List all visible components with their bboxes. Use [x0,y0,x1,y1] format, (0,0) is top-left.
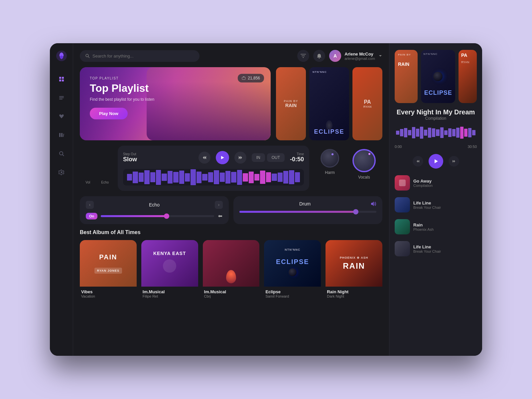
echo-effect-box: ‹ Echo › On [80,196,229,224]
in-button[interactable]: IN [252,153,265,162]
queue-item-lifeline2[interactable]: Life Line Break Your Chair [395,240,477,258]
wave-bar-28 [283,171,288,184]
mw-bar-8 [424,130,427,136]
album-card-img-1: PAIN RYAN JONES [80,240,137,287]
queue-track-1: Go Away [413,179,477,184]
album-card-eclipse[interactable]: NTN'NNC ECLIPSE Eclipse Samil Forward [264,240,321,301]
search-bar[interactable] [80,50,200,62]
queue-item-goaway[interactable]: Go Away Compilation [395,174,477,192]
queue-thumb-3 [395,219,410,234]
mw-bar-7 [420,127,423,139]
in-out-controls: IN OUT [252,153,285,162]
sidebar-item-home[interactable] [55,72,68,86]
vocals-knob[interactable]: Vocals [352,149,376,180]
wave-bar-11 [185,173,190,182]
echo-on-badge[interactable]: On [86,213,97,219]
mw-bar-6 [416,129,419,137]
hero-play-button[interactable]: Play Now [90,108,128,119]
svg-point-1 [60,56,63,59]
album-artist-2: Filipe Ret [143,294,197,298]
hero-tag: TOP PLAYLIST [90,76,261,80]
drum-slider-thumb[interactable] [353,209,358,214]
wave-bar-17 [220,173,225,182]
user-name: Arlene McCoy [344,52,375,57]
sidebar-item-collections[interactable] [55,91,68,105]
app-logo[interactable] [56,50,67,62]
sidebar-item-favorites[interactable] [55,109,68,123]
main-content: A Arlene McCoy arlene@gmail.com [73,43,389,356]
mw-bar-12 [440,127,444,138]
knobs-area: Harm Vocals [314,146,382,191]
svg-rect-3 [62,77,64,79]
wave-bar-5 [150,172,155,182]
sidebar [50,43,73,356]
search-input[interactable] [92,54,194,59]
echo-slider-thumb[interactable] [164,213,169,219]
rewind-button[interactable] [199,152,210,164]
hero-subtitle: Find the best playlist for you to listen [90,97,261,102]
echo-prev-button[interactable]: ‹ [86,201,94,209]
wave-bar-12 [191,169,196,185]
notification-button[interactable] [313,50,325,62]
queue-thumb-4 [395,241,410,256]
sidebar-item-search[interactable] [55,147,68,161]
user-profile[interactable]: A Arlene McCoy arlene@gmail.com [329,50,382,62]
album-card-img-4: NTN'NNC ECLIPSE [264,240,321,287]
queue-artist-2: Break Your Chair [413,205,477,209]
queue-item-lifeline1[interactable]: Life Line Break Your Chair [395,196,477,214]
wave-bar-2 [133,172,138,183]
player-time-value: -0:50 [290,156,304,163]
knobs-row: Harm Vocals [321,149,376,180]
mini-play-button[interactable] [429,154,443,169]
harm-knob-dial[interactable] [321,149,339,168]
hero-album-card-1[interactable]: PAIN BY RAIN [276,67,306,140]
wave-bar-19 [231,172,236,183]
out-button[interactable]: OUT [267,153,285,162]
player-info: Step Out Slow [123,152,193,163]
drum-effect-header: Drum [239,201,376,207]
drum-effect-box: Drum [233,196,382,224]
play-button[interactable] [216,151,229,164]
drum-slider-track[interactable] [239,211,376,213]
mw-bar-18 [464,129,467,137]
album-card-vibes[interactable]: PAIN RYAN JONES Vibes Vacation [80,240,137,301]
album-card-img-3 [203,240,260,287]
echo-slider-track[interactable] [101,215,214,217]
album-artist-3: Cbrj [204,294,258,298]
queue-item-rain[interactable]: Rain Phoenix Ash [395,218,477,236]
mini-controls [395,154,477,169]
mw-bar-1 [396,131,399,135]
svg-rect-8 [59,99,63,99]
wave-bar-13 [197,172,201,183]
sidebar-item-library[interactable] [55,128,68,142]
wave-bar-26 [272,174,277,181]
hero-album-card-2[interactable]: NTN'NNC ECLIPSE [309,67,349,140]
harm-knob[interactable]: Harm [321,149,339,180]
volume-icon [370,201,376,207]
echo-next-button[interactable]: › [215,201,223,209]
album-card-rain[interactable]: PHOENIX ⊕ ASH RAIN Rain Night Dark Night [326,240,382,301]
player-step-value: Slow [123,156,193,163]
hero-album-card-3[interactable]: PA RYAN [352,67,382,140]
mini-rewind-button[interactable] [413,156,423,167]
album-card-immusical[interactable]: Im.Musical Cbrj [203,240,260,301]
featured-album-3[interactable]: PA RYAN [459,50,477,103]
echo-effect-header: ‹ Echo › [86,201,223,209]
waveform[interactable] [123,169,304,186]
vocals-knob-dial[interactable] [352,149,376,172]
sidebar-item-settings[interactable] [55,165,68,179]
svg-rect-4 [59,79,61,81]
featured-album-2[interactable]: NTN'NNC ECLIPSE [421,50,455,103]
wave-bar-4 [144,170,149,185]
queue-info-1: Go Away Compilation [413,179,477,188]
hero-album-thumb-2: NTN'NNC ECLIPSE [309,67,349,140]
queue-info-4: Life Line Break Your Chair [413,244,477,253]
hero-title: Top Playlist [90,82,261,94]
filter-button[interactable] [297,50,309,62]
album-card-kenyaeast[interactable]: KENYA EAST Im.Musical Filipe Ret [141,240,198,301]
echo-effect-name: Echo [94,202,215,207]
fast-forward-button[interactable] [234,152,246,164]
mw-bar-11 [436,129,439,136]
featured-album-1[interactable]: PAIN BY RAIN [395,50,418,103]
mini-fast-forward-button[interactable] [449,156,459,167]
